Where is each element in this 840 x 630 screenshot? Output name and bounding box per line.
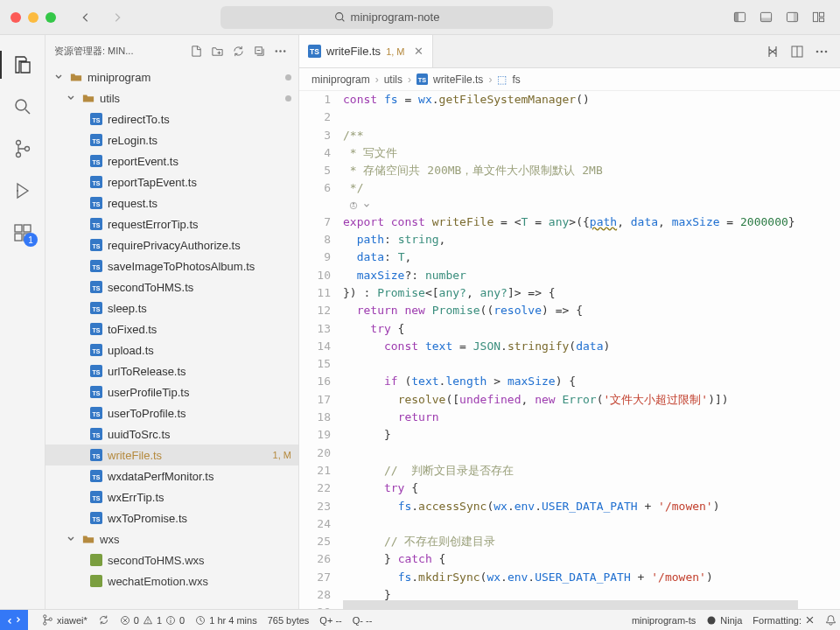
svg-rect-19: [15, 234, 22, 241]
folder-miniprogram[interactable]: miniprogram: [46, 66, 298, 88]
ninja-status[interactable]: Ninja: [706, 615, 742, 626]
minimize-window-button[interactable]: [28, 12, 38, 23]
filesize-status[interactable]: 765 bytes: [268, 615, 310, 626]
nav-forward-button[interactable]: [105, 5, 130, 30]
window-controls: [10, 12, 56, 23]
folder-utils[interactable]: utils: [46, 88, 298, 108]
notifications-icon[interactable]: [825, 614, 836, 626]
command-center[interactable]: miniprogram-note: [220, 6, 553, 29]
breadcrumb-item[interactable]: miniprogram: [312, 74, 370, 86]
split-editor-icon[interactable]: [786, 40, 808, 63]
file-item[interactable]: TSreportEvent.ts: [46, 150, 298, 172]
new-folder-icon[interactable]: [207, 41, 227, 60]
scm-view-icon[interactable]: [0, 128, 45, 170]
ts-file-icon: TS: [89, 259, 103, 273]
code-editor[interactable]: 1234567891011121314151617181920212223242…: [299, 91, 840, 609]
breadcrumbs[interactable]: miniprogram › utils › TS writeFile.ts › …: [299, 68, 840, 91]
file-item[interactable]: TSsleep.ts: [46, 298, 298, 318]
sync-status[interactable]: [98, 614, 109, 626]
panel-bottom-toggle[interactable]: [754, 5, 777, 30]
svg-rect-3: [734, 12, 738, 21]
file-item[interactable]: TSwxdataPerfMonitor.ts: [46, 466, 298, 486]
file-item[interactable]: TSrequest.ts: [46, 192, 298, 214]
svg-text:TS: TS: [93, 201, 101, 207]
file-status: 1, M: [273, 450, 291, 460]
remote-indicator[interactable]: [0, 610, 28, 631]
layout-customize[interactable]: [807, 5, 830, 30]
file-item[interactable]: TSurlToRelease.ts: [46, 360, 298, 382]
tab-writefile[interactable]: TS writeFile.ts 1, M ✕: [299, 35, 433, 67]
breadcrumb-item[interactable]: fs: [512, 74, 520, 86]
file-item[interactable]: TStoFixed.ts: [46, 318, 298, 340]
file-item[interactable]: TSwriteFile.ts1, M: [46, 444, 298, 466]
ts-file-icon: TS: [89, 133, 103, 147]
nav-back-button[interactable]: [74, 5, 98, 30]
activity-bar: 1: [0, 35, 46, 609]
file-label: toFixed.ts: [108, 323, 157, 336]
git-branch[interactable]: xiawei*: [42, 614, 88, 626]
tab-bar: TS writeFile.ts 1, M ✕: [299, 35, 840, 68]
extensions-view-icon[interactable]: 1: [0, 212, 45, 254]
wxs-file-icon: [89, 574, 103, 588]
search-view-icon[interactable]: [0, 86, 45, 128]
ts-file-icon: TS: [89, 427, 103, 441]
close-window-button[interactable]: [10, 12, 21, 23]
svg-text:TS: TS: [93, 432, 101, 438]
file-item[interactable]: TSrequestErrorTip.ts: [46, 214, 298, 234]
file-label: uuidToSrc.ts: [108, 428, 171, 441]
horizontal-scrollbar[interactable]: [343, 600, 798, 609]
chevron-right-icon: ›: [375, 74, 379, 86]
file-item[interactable]: wechatEmotion.wxs: [46, 570, 298, 592]
breadcrumb-item[interactable]: utils: [384, 74, 402, 86]
file-item[interactable]: TSredirectTo.ts: [46, 108, 298, 130]
collapse-all-icon[interactable]: [249, 41, 269, 60]
svg-text:TS: TS: [93, 222, 101, 228]
explorer-view-icon[interactable]: [0, 44, 45, 86]
problems-status[interactable]: 0 1 0: [120, 615, 185, 626]
new-file-icon[interactable]: [186, 41, 206, 60]
q-minus-status[interactable]: Q- --: [353, 615, 373, 626]
file-item[interactable]: TSuserToProfile.ts: [46, 402, 298, 424]
formatting-status[interactable]: Formatting:: [752, 615, 815, 626]
run-view-icon[interactable]: [0, 170, 45, 212]
file-item[interactable]: secondToHMS.wxs: [46, 550, 298, 570]
file-label: urlToRelease.ts: [108, 365, 186, 378]
close-icon[interactable]: ✕: [414, 45, 424, 58]
refresh-icon[interactable]: [228, 41, 248, 60]
chevron-right-icon: ›: [488, 74, 492, 86]
svg-rect-7: [793, 12, 797, 21]
panel-left-toggle[interactable]: [728, 5, 751, 30]
maximize-window-button[interactable]: [46, 12, 56, 23]
compare-changes-icon[interactable]: [761, 40, 784, 63]
more-actions-icon[interactable]: [810, 40, 833, 63]
folder-wxs[interactable]: wxs: [46, 528, 298, 550]
svg-point-86: [171, 617, 172, 618]
tab-modified-status: 1, M: [386, 46, 404, 57]
file-tree[interactable]: miniprogram utils TSredirectTo.tsTSreLog…: [46, 66, 298, 609]
more-icon[interactable]: [270, 41, 290, 60]
code-content[interactable]: const fs = wx.getFileSystemManager() /**…: [343, 91, 840, 609]
breadcrumb-item[interactable]: writeFile.ts: [433, 74, 483, 86]
svg-text:TS: TS: [93, 285, 101, 291]
svg-text:TS: TS: [93, 453, 101, 459]
q-plus-status[interactable]: Q+ --: [319, 615, 341, 626]
file-item[interactable]: TSuserProfileTip.ts: [46, 382, 298, 402]
file-item[interactable]: TSwxToPromise.ts: [46, 508, 298, 528]
file-item[interactable]: TSsaveImageToPhotosAlbum.ts: [46, 256, 298, 276]
ts-file-icon: TS: [89, 217, 103, 231]
file-item[interactable]: TSuuidToSrc.ts: [46, 424, 298, 444]
file-item[interactable]: TSsecondToHMS.ts: [46, 276, 298, 298]
panel-right-toggle[interactable]: [780, 5, 803, 30]
codelens[interactable]: [343, 198, 831, 214]
sidebar-title: 资源管理器: MIN...: [54, 45, 181, 58]
language-mode[interactable]: miniprogram-ts: [632, 615, 696, 626]
ts-file-icon: TS: [89, 175, 103, 189]
svg-text:TS: TS: [93, 243, 101, 249]
file-item[interactable]: TSreportTapEvent.ts: [46, 172, 298, 192]
file-item[interactable]: TSwxErrTip.ts: [46, 486, 298, 508]
svg-text:TS: TS: [93, 348, 101, 354]
file-item[interactable]: TSreLogin.ts: [46, 130, 298, 150]
file-item[interactable]: TSupload.ts: [46, 340, 298, 360]
wakatime-status[interactable]: 1 hr 4 mins: [195, 615, 256, 626]
file-item[interactable]: TSrequirePrivacyAuthorize.ts: [46, 234, 298, 256]
